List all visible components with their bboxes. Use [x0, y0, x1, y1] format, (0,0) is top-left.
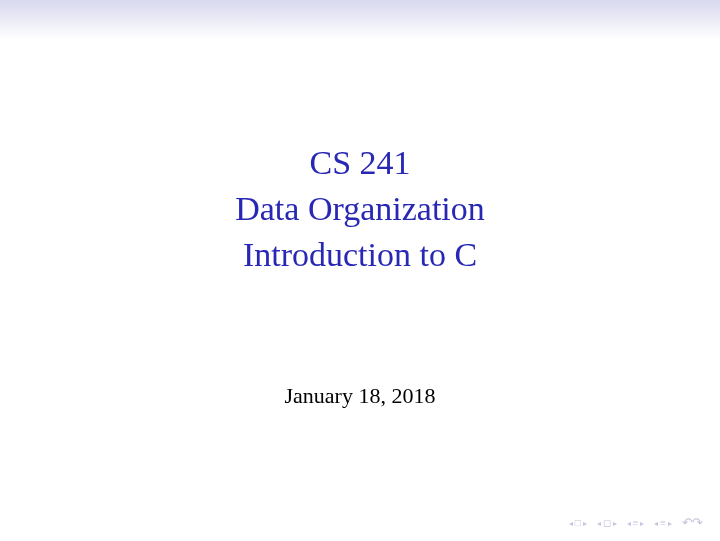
- nav-group-slide[interactable]: ◂ ≡ ▸: [654, 518, 672, 528]
- slide-date: January 18, 2018: [285, 383, 436, 409]
- beamer-nav-bar: ◂ □ ▸ ◂ ◻ ▸ ◂ ≡ ▸ ◂ ≡ ▸ ↶↷: [569, 515, 702, 531]
- nav-group-subsection[interactable]: ◂ ≡ ▸: [627, 518, 645, 528]
- title-line-3: Introduction to C: [235, 232, 485, 278]
- prev-frame-icon: ◂: [569, 519, 573, 528]
- subsection-icon: ≡: [633, 518, 639, 528]
- slide-icon: ≡: [660, 518, 666, 528]
- slide-title: CS 241 Data Organization Introduction to…: [235, 140, 485, 278]
- prev-section-icon: ◂: [597, 519, 601, 528]
- header-gradient: [0, 0, 720, 40]
- prev-subsection-icon: ◂: [627, 519, 631, 528]
- title-line-2: Data Organization: [235, 186, 485, 232]
- undo-redo-icon[interactable]: ↶↷: [682, 515, 702, 531]
- section-icon: ◻: [603, 518, 611, 528]
- prev-slide-icon: ◂: [654, 519, 658, 528]
- frame-icon: □: [575, 518, 581, 528]
- next-frame-icon: ▸: [583, 519, 587, 528]
- next-section-icon: ▸: [613, 519, 617, 528]
- next-subsection-icon: ▸: [640, 519, 644, 528]
- next-slide-icon: ▸: [668, 519, 672, 528]
- slide-content: CS 241 Data Organization Introduction to…: [0, 40, 720, 409]
- title-line-1: CS 241: [235, 140, 485, 186]
- nav-group-frame[interactable]: ◂ □ ▸: [569, 518, 587, 528]
- nav-group-section[interactable]: ◂ ◻ ▸: [597, 518, 617, 528]
